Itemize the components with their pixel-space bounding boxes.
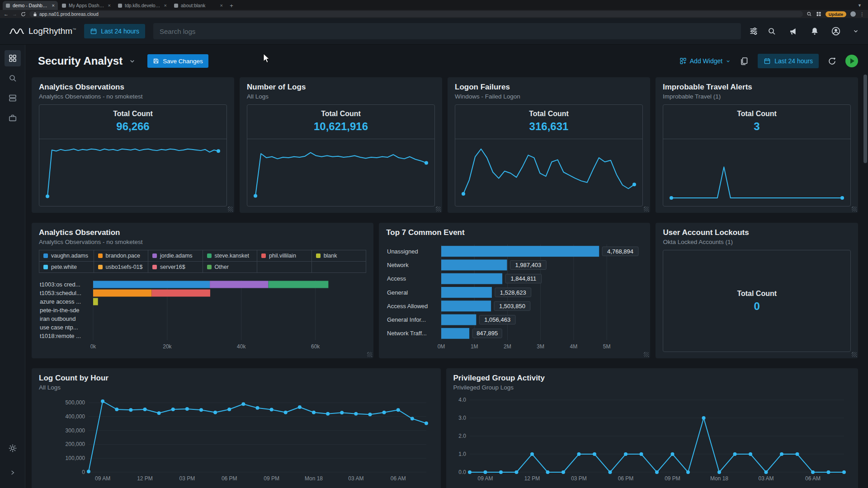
time-range-label: Last 24 hours xyxy=(101,28,139,35)
legend-item[interactable]: vaughn.adams xyxy=(39,250,94,261)
widget-title: Analytics Observation xyxy=(39,228,366,237)
resize-handle[interactable] xyxy=(644,206,649,211)
legend-item[interactable]: usbo1sefs-01$ xyxy=(94,262,148,272)
tab-close-icon[interactable]: × xyxy=(220,3,223,8)
legend-item[interactable]: jordie.adams xyxy=(148,250,203,261)
new-tab-button[interactable]: + xyxy=(227,1,236,10)
legend-swatch xyxy=(43,253,48,258)
app-header: LogRhythm™ Last 24 hours xyxy=(0,18,868,45)
resize-handle[interactable] xyxy=(644,352,649,357)
profile-avatar[interactable] xyxy=(850,11,856,17)
svg-text:06 PM: 06 PM xyxy=(618,475,633,482)
legend-label: brandon.pace xyxy=(106,253,140,259)
widget-subtitle: Okta Locked Accounts (1) xyxy=(663,239,851,245)
legend-item[interactable]: steve.kansket xyxy=(203,250,257,261)
legend-item[interactable]: Other xyxy=(203,262,257,272)
browser-menu-icon[interactable]: ⋮ xyxy=(860,12,864,17)
legend-item[interactable]: brandon.pace xyxy=(94,250,148,261)
search-logs-input[interactable] xyxy=(153,23,741,39)
resize-handle[interactable] xyxy=(852,352,857,357)
svg-text:1,056,463: 1,056,463 xyxy=(484,316,510,323)
widget-title: User Account Lockouts xyxy=(663,228,851,237)
legend-filler xyxy=(312,262,366,272)
svg-text:iran outbound: iran outbound xyxy=(40,315,76,322)
svg-text:Mon 18: Mon 18 xyxy=(710,475,728,482)
reload-icon[interactable] xyxy=(21,12,26,17)
add-widget-button[interactable]: Add Widget xyxy=(679,57,731,65)
legend-item[interactable]: pete.white xyxy=(39,262,94,272)
sidebar-item-lists[interactable] xyxy=(5,90,21,106)
svg-text:09 AM: 09 AM xyxy=(477,475,493,482)
scrollbar-track[interactable] xyxy=(863,45,868,488)
sidebar-item-search[interactable] xyxy=(5,70,21,86)
legend-item[interactable]: blank xyxy=(312,250,366,261)
svg-text:12 PM: 12 PM xyxy=(137,475,153,482)
megaphone-icon[interactable] xyxy=(789,27,798,36)
svg-text:847,895: 847,895 xyxy=(476,330,498,337)
svg-text:06 AM: 06 AM xyxy=(391,475,406,482)
forward-icon[interactable]: → xyxy=(12,12,17,17)
filter-icon[interactable] xyxy=(749,27,758,36)
dashboard-selector-chevron-icon[interactable] xyxy=(129,58,136,65)
improbable-travel-sparkline xyxy=(663,139,850,206)
svg-text:Mon 18: Mon 18 xyxy=(305,475,323,482)
sidebar-expand-button[interactable] xyxy=(5,465,21,481)
browser-tab-4[interactable]: about:blank × xyxy=(171,1,226,10)
zoom-icon[interactable] xyxy=(807,11,812,17)
svg-text:3.0: 3.0 xyxy=(458,415,466,421)
widget-subtitle: Privileged Group Logs xyxy=(453,384,851,391)
widget-number-of-logs: Number of Logs All Logs Total Count 10,6… xyxy=(240,77,442,213)
tab-title: about:blank xyxy=(181,3,217,8)
resize-handle[interactable] xyxy=(852,206,857,211)
browser-tab-3[interactable]: tdp.k8s.development.boreas... × xyxy=(115,1,170,10)
widget-improbable-travel: Improbable Travel Alerts Improbable Trav… xyxy=(656,77,858,213)
legend-item[interactable]: phil.villilain xyxy=(257,250,311,261)
save-changes-label: Save Changes xyxy=(163,58,203,65)
search-icon[interactable] xyxy=(767,27,776,36)
tab-close-icon[interactable]: × xyxy=(108,3,111,8)
svg-text:500,000: 500,000 xyxy=(66,400,85,406)
resize-handle[interactable] xyxy=(228,206,233,211)
run-button[interactable] xyxy=(845,55,858,67)
widget-title: Privileged Group Activity xyxy=(453,374,851,383)
copy-dashboard-button[interactable] xyxy=(740,56,749,66)
refresh-button[interactable] xyxy=(828,57,836,66)
svg-text:Network Traff...: Network Traff... xyxy=(387,330,427,337)
legend-item[interactable]: server16$ xyxy=(148,262,203,272)
sidebar-item-dashboards[interactable] xyxy=(5,50,21,66)
browser-update-button[interactable]: Update xyxy=(826,11,846,17)
widget-title: Number of Logs xyxy=(247,83,435,92)
sidebar-item-cases[interactable] xyxy=(5,110,21,126)
tab-close-icon[interactable]: × xyxy=(164,3,167,8)
chevron-down-icon xyxy=(726,59,731,64)
save-changes-button[interactable]: Save Changes xyxy=(147,54,208,68)
chevron-down-icon[interactable] xyxy=(853,28,859,34)
browser-tab-1[interactable]: demo - Dashboards × xyxy=(3,1,58,10)
dashboard-time-range-button[interactable]: Last 24 hours xyxy=(758,54,819,68)
address-bar[interactable]: app.na01.prod.boreas.cloud xyxy=(29,11,803,17)
svg-text:azure access ...: azure access ... xyxy=(40,298,81,305)
header-time-range-button[interactable]: Last 24 hours xyxy=(84,24,145,38)
bell-icon[interactable] xyxy=(810,27,819,36)
tab-close-icon[interactable]: × xyxy=(52,3,55,8)
metric-label: Total Count xyxy=(460,110,638,118)
scrollbar-thumb[interactable] xyxy=(863,75,867,163)
back-icon[interactable]: ← xyxy=(4,12,9,17)
svg-text:400,000: 400,000 xyxy=(66,413,85,420)
account-icon[interactable] xyxy=(831,26,841,36)
dashboard-content: Security Analyst Save Changes Add Widget xyxy=(25,45,868,488)
svg-text:06 PM: 06 PM xyxy=(222,475,237,482)
svg-text:pete-in-the-sde: pete-in-the-sde xyxy=(40,307,79,314)
legend-label: phil.villilain xyxy=(269,253,296,259)
sidebar-item-settings[interactable] xyxy=(5,440,21,456)
resize-handle[interactable] xyxy=(436,206,441,211)
browser-tab-2[interactable]: My Apps Dashboard | LogRh... × xyxy=(59,1,114,10)
tab-favicon xyxy=(6,4,10,8)
tab-search-chevron-icon[interactable]: ▼ xyxy=(854,1,865,10)
svg-text:0.0: 0.0 xyxy=(458,469,466,475)
search-icon xyxy=(8,74,17,83)
metric-label: Total Count xyxy=(737,290,777,298)
extensions-icon[interactable] xyxy=(816,11,821,17)
metric-panel: Total Count 10,621,916 xyxy=(247,104,435,206)
resize-handle[interactable] xyxy=(367,352,372,357)
